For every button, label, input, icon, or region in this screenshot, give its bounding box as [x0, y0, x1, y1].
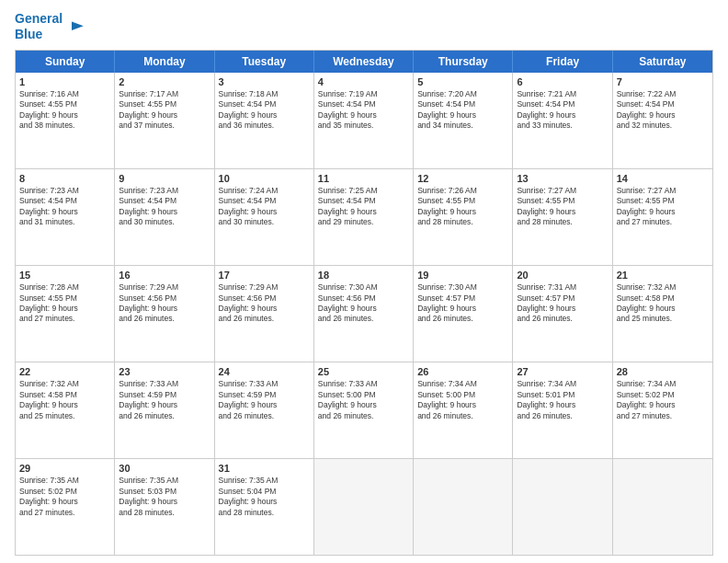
day-cell-2: 2Sunrise: 7:17 AMSunset: 4:55 PMDaylight… [115, 73, 214, 168]
day-cell-13: 13Sunrise: 7:27 AMSunset: 4:55 PMDayligh… [513, 169, 612, 265]
day-info-line: Sunrise: 7:16 AM [19, 89, 110, 99]
day-info-line: Daylight: 9 hours [19, 497, 110, 507]
day-info-line: and 35 minutes. [318, 121, 409, 131]
day-info-line: and 32 minutes. [617, 121, 709, 131]
day-info-line: Sunset: 4:56 PM [318, 293, 409, 304]
day-info-line: and 26 minutes. [417, 411, 508, 421]
day-info-line: Daylight: 9 hours [617, 400, 709, 410]
day-info-line: Sunset: 5:04 PM [219, 487, 310, 497]
day-info-line: Daylight: 9 hours [417, 304, 508, 314]
weekday-header-tuesday: Tuesday [215, 51, 314, 73]
day-cell-1: 1Sunrise: 7:16 AMSunset: 4:55 PMDaylight… [16, 73, 115, 168]
day-info-line: Sunset: 4:56 PM [119, 293, 210, 304]
day-number: 2 [119, 75, 210, 88]
day-info-line: Sunset: 4:55 PM [417, 196, 508, 206]
day-info-line: Daylight: 9 hours [517, 207, 608, 217]
day-info-line: Daylight: 9 hours [219, 207, 310, 217]
day-info-line: Sunrise: 7:24 AM [219, 186, 310, 196]
day-info-line: Daylight: 9 hours [219, 497, 310, 507]
day-info-line: Sunrise: 7:20 AM [417, 89, 508, 99]
day-cell-5: 5Sunrise: 7:20 AMSunset: 4:54 PMDaylight… [414, 73, 513, 168]
day-info-line: Sunrise: 7:31 AM [517, 282, 608, 293]
logo-icon [64, 16, 86, 38]
day-info-line: and 27 minutes. [19, 314, 110, 324]
day-cell-17: 17Sunrise: 7:29 AMSunset: 4:56 PMDayligh… [215, 266, 314, 362]
day-info-line: and 34 minutes. [417, 121, 508, 131]
day-number: 20 [517, 269, 608, 282]
day-info-line: and 26 minutes. [119, 314, 210, 324]
day-cell-26: 26Sunrise: 7:34 AMSunset: 5:00 PMDayligh… [414, 362, 513, 458]
day-info-line: Sunset: 4:54 PM [219, 196, 310, 206]
day-number: 25 [318, 365, 409, 378]
day-info-line: and 27 minutes. [617, 411, 709, 421]
day-info-line: Sunset: 5:00 PM [318, 390, 409, 400]
day-info-line: and 26 minutes. [517, 314, 608, 324]
header: General Blue [15, 11, 713, 42]
day-info-line: Sunset: 4:59 PM [219, 390, 310, 400]
day-info-line: and 28 minutes. [417, 217, 508, 227]
day-cell-22: 22Sunrise: 7:32 AMSunset: 4:58 PMDayligh… [16, 362, 115, 458]
day-cell-30: 30Sunrise: 7:35 AMSunset: 5:03 PMDayligh… [115, 459, 214, 555]
calendar-row-1: 1Sunrise: 7:16 AMSunset: 4:55 PMDaylight… [16, 73, 712, 168]
day-info-line: and 28 minutes. [219, 508, 310, 518]
day-info-line: and 26 minutes. [219, 411, 310, 421]
logo: General Blue [15, 11, 86, 42]
day-info-line: Sunrise: 7:30 AM [417, 282, 508, 293]
day-info-line: Sunrise: 7:28 AM [19, 282, 110, 293]
calendar-row-3: 15Sunrise: 7:28 AMSunset: 4:55 PMDayligh… [16, 265, 712, 362]
day-info-line: and 29 minutes. [318, 217, 409, 227]
day-info-line: Sunset: 4:54 PM [318, 196, 409, 206]
day-number: 27 [517, 365, 608, 378]
day-info-line: Daylight: 9 hours [119, 207, 210, 217]
day-info-line: Sunrise: 7:25 AM [318, 186, 409, 196]
day-info-line: Daylight: 9 hours [19, 110, 110, 121]
logo-subtext: Blue [15, 27, 63, 42]
day-info-line: Sunset: 4:57 PM [417, 293, 508, 304]
day-number: 29 [19, 462, 110, 475]
day-info-line: Sunrise: 7:33 AM [318, 379, 409, 389]
weekday-header-saturday: Saturday [613, 51, 712, 73]
calendar-row-4: 22Sunrise: 7:32 AMSunset: 4:58 PMDayligh… [16, 362, 712, 458]
empty-cell [613, 459, 712, 555]
calendar-header: SundayMondayTuesdayWednesdayThursdayFrid… [16, 51, 712, 73]
day-cell-3: 3Sunrise: 7:18 AMSunset: 4:54 PMDaylight… [215, 73, 314, 168]
day-number: 15 [19, 269, 110, 282]
day-cell-28: 28Sunrise: 7:34 AMSunset: 5:02 PMDayligh… [613, 362, 712, 458]
day-number: 22 [19, 365, 110, 378]
day-info-line: Sunrise: 7:19 AM [318, 89, 409, 99]
day-info-line: Sunset: 4:55 PM [517, 196, 608, 206]
day-number: 30 [119, 462, 210, 475]
day-info-line: Daylight: 9 hours [19, 400, 110, 410]
day-number: 4 [318, 75, 409, 88]
empty-cell [513, 459, 612, 555]
day-info-line: Sunrise: 7:23 AM [119, 186, 210, 196]
calendar: SundayMondayTuesdayWednesdayThursdayFrid… [15, 50, 713, 556]
day-number: 19 [417, 269, 508, 282]
day-number: 1 [19, 75, 110, 88]
day-cell-12: 12Sunrise: 7:26 AMSunset: 4:55 PMDayligh… [414, 169, 513, 265]
empty-cell [414, 459, 513, 555]
day-number: 3 [219, 75, 310, 88]
weekday-header-monday: Monday [115, 51, 214, 73]
day-cell-11: 11Sunrise: 7:25 AMSunset: 4:54 PMDayligh… [314, 169, 414, 265]
day-info-line: and 31 minutes. [19, 217, 110, 227]
day-info-line: Sunrise: 7:27 AM [517, 186, 608, 196]
day-cell-19: 19Sunrise: 7:30 AMSunset: 4:57 PMDayligh… [414, 266, 513, 362]
day-info-line: Sunset: 4:55 PM [19, 293, 110, 304]
day-info-line: Sunset: 5:02 PM [19, 487, 110, 497]
day-info-line: Sunrise: 7:21 AM [517, 89, 608, 99]
day-cell-15: 15Sunrise: 7:28 AMSunset: 4:55 PMDayligh… [16, 266, 115, 362]
day-number: 9 [119, 172, 210, 185]
day-info-line: Daylight: 9 hours [517, 400, 608, 410]
day-info-line: Sunset: 4:58 PM [19, 390, 110, 400]
day-info-line: Daylight: 9 hours [119, 497, 210, 507]
day-info-line: Daylight: 9 hours [318, 110, 409, 121]
day-info-line: Sunrise: 7:26 AM [417, 186, 508, 196]
day-number: 5 [417, 75, 508, 88]
day-number: 23 [119, 365, 210, 378]
day-number: 14 [617, 172, 709, 185]
calendar-row-2: 8Sunrise: 7:23 AMSunset: 4:54 PMDaylight… [16, 168, 712, 265]
day-info-line: Daylight: 9 hours [417, 110, 508, 121]
day-info-line: Sunrise: 7:35 AM [219, 476, 310, 486]
calendar-row-5: 29Sunrise: 7:35 AMSunset: 5:02 PMDayligh… [16, 458, 712, 555]
